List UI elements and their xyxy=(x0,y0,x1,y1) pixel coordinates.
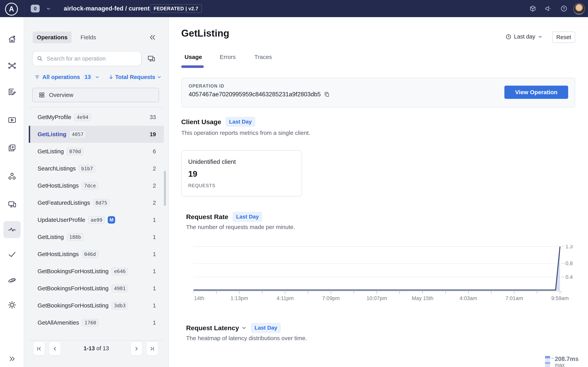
package-icon[interactable] xyxy=(529,5,536,12)
time-range-select[interactable]: Last day xyxy=(505,33,543,40)
reset-button[interactable]: Reset xyxy=(552,32,575,43)
operation-row[interactable]: GetMyProfile4e9433 xyxy=(29,108,164,126)
request-rate-chart-svg: 1.30.80.4May 14th1:13pm4:11pm7:09pm10:07… xyxy=(193,245,588,306)
org-badge[interactable]: 0 xyxy=(31,5,40,12)
client-usage-subtitle: This operation reports metrics from a si… xyxy=(181,130,310,136)
variants-icon xyxy=(8,143,16,152)
chevron-down-icon[interactable] xyxy=(95,75,100,80)
tab-usage[interactable]: Usage xyxy=(185,54,202,60)
operation-request-count: 2 xyxy=(153,200,156,206)
overview-label: Overview xyxy=(49,92,73,98)
client-name: Unidentified client xyxy=(188,158,236,165)
request-latency-title: Request Latency xyxy=(186,324,247,332)
legend-max-label: max xyxy=(555,362,579,367)
sidebar-item-subgraphs[interactable] xyxy=(3,168,21,185)
announcements-icon[interactable] xyxy=(545,5,552,12)
operation-id-chip: 8d75 xyxy=(93,199,109,207)
operation-row[interactable]: GetListing405719 xyxy=(29,126,164,143)
operation-row[interactable]: GetBookingsForHostListinge6461 xyxy=(29,263,164,280)
tab-traces[interactable]: Traces xyxy=(254,54,272,60)
help-icon[interactable]: ? xyxy=(560,5,567,12)
operation-row[interactable]: GetBookingsForHostListing3db31 xyxy=(29,297,164,314)
tab-errors[interactable]: Errors xyxy=(220,54,236,60)
operation-row[interactable]: GetListing070d6 xyxy=(29,143,164,160)
chevron-down-icon[interactable] xyxy=(137,6,142,11)
sidebar-item-settings[interactable] xyxy=(3,296,21,314)
sidebar-item-home[interactable] xyxy=(3,31,21,48)
sidebar-item-clients[interactable] xyxy=(3,196,21,213)
operation-row[interactable]: GetHostListings7dce2 xyxy=(29,177,164,194)
latency-heatmap-legend: 208.7ms max xyxy=(545,356,579,367)
operation-row[interactable]: GetFeaturedListings8d752 xyxy=(29,194,164,211)
client-usage-title: Client Usage xyxy=(181,118,221,126)
sidebar-item-explorer[interactable] xyxy=(3,111,21,129)
client-usage-card[interactable]: Unidentified client 19 REQUESTS xyxy=(181,150,302,196)
pagination-last-button[interactable] xyxy=(147,342,158,356)
operation-id-chip: 7dce xyxy=(82,182,98,190)
overview-button[interactable]: Overview xyxy=(32,88,159,102)
chevron-down-icon[interactable] xyxy=(157,75,162,80)
operation-name: GetListing xyxy=(38,131,66,138)
rocket-icon xyxy=(8,276,16,285)
operation-row[interactable]: GetHostListings046d1 xyxy=(29,246,164,263)
svg-text:1:13pm: 1:13pm xyxy=(231,295,248,301)
clock-icon xyxy=(505,34,512,40)
operation-name: UpdateUserProfile xyxy=(38,217,85,223)
operation-search xyxy=(32,51,142,66)
view-operation-button[interactable]: View Operation xyxy=(504,86,568,99)
sidebar-item-checks[interactable] xyxy=(3,246,21,263)
request-rate-range-badge: Last Day xyxy=(233,212,262,222)
sidebar-item-launches[interactable] xyxy=(3,272,21,289)
home-icon xyxy=(8,35,16,44)
collapse-panel-icon[interactable] xyxy=(149,33,156,41)
operation-request-count: 1 xyxy=(153,217,156,223)
operation-row[interactable]: GetBookingsForHostListing49811 xyxy=(29,280,164,297)
operation-request-count: 33 xyxy=(150,114,156,120)
operation-name: GetBookingsForHostListing xyxy=(38,302,108,309)
operation-request-count: 1 xyxy=(153,268,156,275)
apollo-logo[interactable]: A xyxy=(5,3,18,16)
chevron-down-icon[interactable] xyxy=(46,6,51,11)
operation-row[interactable]: GetListing188b1 xyxy=(29,228,164,246)
filter-label[interactable]: All operations xyxy=(42,74,80,80)
sort-label[interactable]: Total Requests xyxy=(115,74,155,80)
chevron-down-icon[interactable] xyxy=(241,325,247,331)
operation-id-chip: 046d xyxy=(82,250,98,258)
heatmap-legend-swatches xyxy=(545,356,550,367)
operation-name: GetHostListings xyxy=(38,251,79,258)
operation-id-chip: 3db3 xyxy=(112,302,128,309)
devices-icon xyxy=(8,200,16,209)
sidebar-item-variants[interactable] xyxy=(3,139,21,157)
operation-id-chip: b1b7 xyxy=(79,165,95,172)
svg-text:4:03am: 4:03am xyxy=(460,295,477,301)
operation-row[interactable]: SearchListingsb1b72 xyxy=(29,160,164,177)
pagination-divider xyxy=(29,340,163,341)
legend-swatch xyxy=(545,356,550,359)
list-scrollbar[interactable] xyxy=(164,171,166,206)
user-avatar[interactable] xyxy=(573,3,585,15)
legend-max-value: 208.7ms xyxy=(555,356,579,362)
operation-request-count: 2 xyxy=(153,165,156,172)
pagination-range: 1-13 xyxy=(84,345,95,351)
request-latency-header: Request Latency Last Day xyxy=(186,323,281,333)
svg-text:9:59am: 9:59am xyxy=(551,295,569,301)
search-input[interactable] xyxy=(46,55,133,62)
copy-icon[interactable] xyxy=(324,91,330,98)
legend-swatch xyxy=(545,365,550,367)
pagination-next-button[interactable] xyxy=(131,342,142,356)
sidebar-item-insights[interactable] xyxy=(3,221,21,238)
operation-row[interactable]: UpdateUserProfileae99M1 xyxy=(29,211,164,228)
graph-name[interactable]: airlock-managed-fed / current xyxy=(64,0,150,17)
sidebar-item-graph[interactable] xyxy=(3,57,21,74)
top-bar: A 0 airlock-managed-fed / current FEDERA… xyxy=(0,0,588,17)
clients-filter-icon[interactable] xyxy=(147,54,155,63)
apollo-logo-letter: A xyxy=(9,5,14,13)
tab-fields[interactable]: Fields xyxy=(77,32,100,43)
expand-rail-button[interactable] xyxy=(3,350,21,367)
operation-row[interactable]: GetAllAmenities17601 xyxy=(29,314,164,331)
sidebar-item-schema[interactable] xyxy=(3,83,21,100)
topbar-divider xyxy=(24,0,24,17)
tab-operations[interactable]: Operations xyxy=(33,32,72,43)
svg-text:May 14th: May 14th xyxy=(193,295,204,301)
document-edit-icon xyxy=(8,88,16,97)
